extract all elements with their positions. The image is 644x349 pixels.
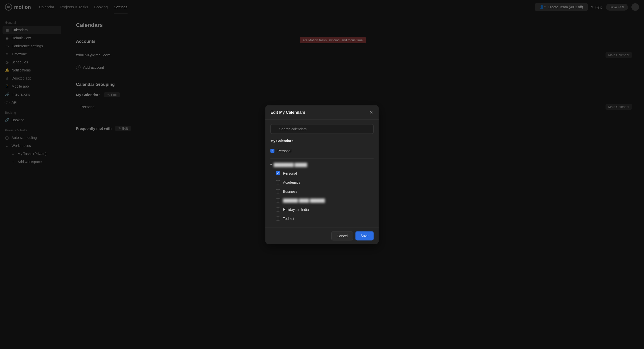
chevron-down-icon: ▾ xyxy=(270,163,272,166)
calendar-option-label: Personal xyxy=(277,149,291,153)
calendar-option-label: ██████ ████ ██████ xyxy=(283,198,325,202)
subcalendar-group-header[interactable]: ▾ ████████ █████ xyxy=(270,163,374,167)
checkbox-unchecked[interactable] xyxy=(276,180,280,184)
checkbox-checked[interactable]: ✓ xyxy=(276,171,280,175)
calendar-option-hidden[interactable]: ██████ ████ ██████ xyxy=(276,196,374,205)
calendar-option-personal[interactable]: ✓ Personal xyxy=(276,169,374,178)
modal-header: Edit My Calendars ✕ xyxy=(265,105,379,120)
my-calendars-section-label: My Calendars xyxy=(270,139,374,143)
edit-my-calendars-modal: Edit My Calendars ✕ 🔍 My Calendars ✓ Per… xyxy=(265,105,379,244)
hidden-group-label: ████████ █████ xyxy=(274,163,307,167)
calendar-option-label: Academics xyxy=(283,180,300,184)
search-calendars-input[interactable] xyxy=(270,124,374,134)
subcalendar-options: ✓ Personal Academics Business ██████ ███… xyxy=(270,169,374,223)
modal-title: Edit My Calendars xyxy=(270,110,305,114)
calendar-option-todoist[interactable]: Todoist xyxy=(276,214,374,223)
calendar-option-label: Business xyxy=(283,189,297,193)
calendar-option-holidays-india[interactable]: Holidays in India xyxy=(276,205,374,214)
divider xyxy=(270,158,374,159)
modal-footer: Cancel Save xyxy=(265,227,379,244)
close-icon: ✕ xyxy=(369,109,373,115)
checkbox-unchecked[interactable] xyxy=(276,189,280,193)
calendar-option-label: Personal xyxy=(283,171,297,175)
calendar-option-business[interactable]: Business xyxy=(276,187,374,196)
calendar-option-label: Holidays in India xyxy=(283,207,309,211)
modal-body: 🔍 My Calendars ✓ Personal ▾ ████████ ███… xyxy=(265,120,379,227)
cancel-button[interactable]: Cancel xyxy=(331,231,353,240)
calendar-option-academics[interactable]: Academics xyxy=(276,178,374,187)
checkbox-checked[interactable]: ✓ xyxy=(270,149,274,153)
search-wrap: 🔍 xyxy=(270,124,374,134)
save-button[interactable]: Save xyxy=(355,231,374,240)
calendar-option-label: Todoist xyxy=(283,216,294,220)
checkbox-unchecked[interactable] xyxy=(276,216,280,220)
checkbox-unchecked[interactable] xyxy=(276,207,280,211)
calendar-option-personal-top[interactable]: ✓ Personal xyxy=(270,146,374,155)
close-button[interactable]: ✕ xyxy=(369,110,374,115)
checkbox-unchecked[interactable] xyxy=(276,198,280,202)
